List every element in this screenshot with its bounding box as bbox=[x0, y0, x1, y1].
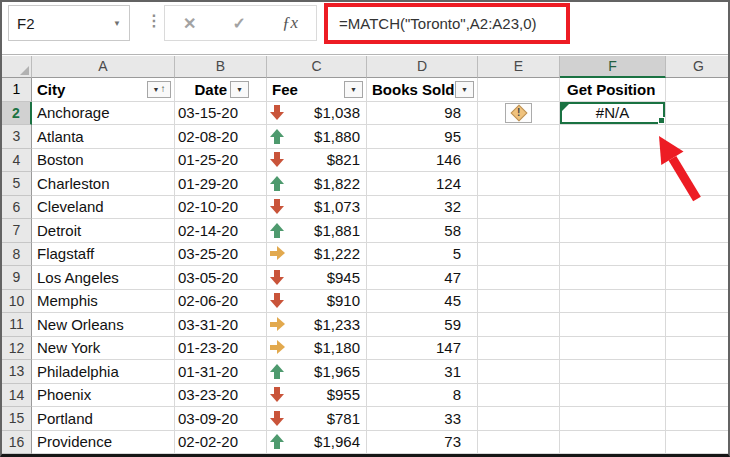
cell-column-g[interactable] bbox=[666, 384, 730, 408]
cell-column-e[interactable]: ! bbox=[478, 149, 560, 173]
cell-date[interactable]: 03-15-20 bbox=[175, 102, 267, 126]
error-warning-button[interactable]: ! bbox=[505, 103, 532, 123]
cell-city[interactable]: New Orleans bbox=[32, 313, 175, 337]
cell-city[interactable]: Boston bbox=[32, 149, 175, 173]
cell-get-position[interactable] bbox=[560, 172, 666, 196]
formula-input[interactable]: =MATCH("Toronto",A2:A23,0) bbox=[318, 5, 726, 41]
cell-column-g[interactable] bbox=[666, 407, 730, 431]
cell-column-g[interactable] bbox=[666, 196, 730, 220]
cell-fee[interactable]: $821 bbox=[267, 149, 367, 173]
row-number-header[interactable]: 2 bbox=[2, 102, 32, 126]
row-number-header[interactable]: 9 bbox=[2, 266, 32, 290]
column-header-d[interactable]: D bbox=[367, 56, 478, 78]
header-cell-books-sold[interactable]: Books Sold ▼ bbox=[367, 78, 478, 102]
cell-date[interactable]: 01-29-20 bbox=[175, 172, 267, 196]
row-number-header[interactable]: 7 bbox=[2, 219, 32, 243]
cell-date[interactable]: 03-25-20 bbox=[175, 243, 267, 267]
cell-books-sold[interactable]: 47 bbox=[367, 266, 478, 290]
cell-city[interactable]: Detroit bbox=[32, 219, 175, 243]
cell-date[interactable]: 03-09-20 bbox=[175, 407, 267, 431]
row-number-header[interactable]: 11 bbox=[2, 313, 32, 337]
row-number-header[interactable]: 3 bbox=[2, 125, 32, 149]
cell-date[interactable]: 01-23-20 bbox=[175, 337, 267, 361]
name-box[interactable]: F2 ▼ bbox=[8, 5, 130, 41]
cell-column-e[interactable]: ! bbox=[478, 219, 560, 243]
cell-get-position[interactable] bbox=[560, 407, 666, 431]
cell-column-e[interactable]: ! bbox=[478, 313, 560, 337]
row-number-header[interactable]: 8 bbox=[2, 243, 32, 267]
cell-date[interactable]: 03-23-20 bbox=[175, 384, 267, 408]
column-header-e[interactable]: E bbox=[478, 56, 560, 78]
cell-books-sold[interactable]: 45 bbox=[367, 290, 478, 314]
cell-books-sold[interactable]: 124 bbox=[367, 172, 478, 196]
cell-fee[interactable]: $1,822 bbox=[267, 172, 367, 196]
fill-handle[interactable] bbox=[658, 117, 665, 124]
cell-get-position[interactable] bbox=[560, 431, 666, 455]
row-number-header[interactable]: 15 bbox=[2, 407, 32, 431]
cell-get-position[interactable] bbox=[560, 360, 666, 384]
header-cell-fee[interactable]: Fee ▼ bbox=[267, 78, 367, 102]
cell-column-e[interactable]: ! bbox=[478, 102, 560, 126]
cell-column-e[interactable]: ! bbox=[478, 266, 560, 290]
cell-column-g[interactable] bbox=[666, 290, 730, 314]
cell-fee[interactable]: $1,222 bbox=[267, 243, 367, 267]
cell-books-sold[interactable]: 33 bbox=[367, 407, 478, 431]
row-number-header[interactable]: 5 bbox=[2, 172, 32, 196]
cell-date[interactable]: 02-10-20 bbox=[175, 196, 267, 220]
cell-date[interactable]: 01-31-20 bbox=[175, 360, 267, 384]
cell-books-sold[interactable]: 31 bbox=[367, 360, 478, 384]
cell-books-sold[interactable]: 147 bbox=[367, 337, 478, 361]
row-number-header[interactable]: 14 bbox=[2, 384, 32, 408]
cell-get-position[interactable] bbox=[560, 266, 666, 290]
cell-column-g[interactable] bbox=[666, 266, 730, 290]
cell-fee[interactable]: $1,038 bbox=[267, 102, 367, 126]
cell-city[interactable]: Los Angeles bbox=[32, 266, 175, 290]
cell-fee[interactable]: $910 bbox=[267, 290, 367, 314]
cell-column-g[interactable] bbox=[666, 172, 730, 196]
cell-books-sold[interactable]: 95 bbox=[367, 125, 478, 149]
cell-column-g[interactable] bbox=[666, 149, 730, 173]
cell-date[interactable]: 01-25-20 bbox=[175, 149, 267, 173]
cell-books-sold[interactable]: 59 bbox=[367, 313, 478, 337]
cell-column-g[interactable] bbox=[666, 219, 730, 243]
column-header-a[interactable]: A bbox=[32, 56, 175, 78]
cell-city[interactable]: Flagstaff bbox=[32, 243, 175, 267]
column-header-b[interactable]: B bbox=[175, 56, 267, 78]
cell-column-e[interactable]: ! bbox=[478, 172, 560, 196]
cell-get-position[interactable] bbox=[560, 290, 666, 314]
cell-get-position[interactable] bbox=[560, 196, 666, 220]
cell-fee[interactable]: $1,233 bbox=[267, 313, 367, 337]
column-header-c[interactable]: C bbox=[267, 56, 367, 78]
cell-city[interactable]: Philadelphia bbox=[32, 360, 175, 384]
column-header-f-selected[interactable]: F bbox=[560, 56, 666, 78]
cell-date[interactable]: 02-14-20 bbox=[175, 219, 267, 243]
cell-fee[interactable]: $1,964 bbox=[267, 431, 367, 455]
date-filter-button[interactable]: ▼ bbox=[230, 81, 249, 98]
cell-date[interactable]: 03-05-20 bbox=[175, 266, 267, 290]
row-number-header[interactable]: 6 bbox=[2, 196, 32, 220]
cell-column-g[interactable] bbox=[666, 337, 730, 361]
cell-get-position[interactable] bbox=[560, 219, 666, 243]
cell-city[interactable]: New York bbox=[32, 337, 175, 361]
cell-date[interactable]: 02-02-20 bbox=[175, 431, 267, 455]
header-cell-e[interactable] bbox=[478, 78, 560, 102]
row-number-header[interactable]: 4 bbox=[2, 149, 32, 173]
cell-books-sold[interactable]: 58 bbox=[367, 219, 478, 243]
cell-column-e[interactable]: ! bbox=[478, 431, 560, 455]
cell-column-e[interactable]: ! bbox=[478, 196, 560, 220]
cell-city[interactable]: Charleston bbox=[32, 172, 175, 196]
cell-city[interactable]: Anchorage bbox=[32, 102, 175, 126]
cell-column-e[interactable]: ! bbox=[478, 360, 560, 384]
cell-books-sold[interactable]: 8 bbox=[367, 384, 478, 408]
cell-fee[interactable]: $781 bbox=[267, 407, 367, 431]
cell-city[interactable]: Phoenix bbox=[32, 384, 175, 408]
name-box-dropdown-icon[interactable]: ▼ bbox=[113, 19, 121, 28]
cell-date[interactable]: 02-08-20 bbox=[175, 125, 267, 149]
cell-get-position[interactable] bbox=[560, 149, 666, 173]
row-number-header[interactable]: 13 bbox=[2, 360, 32, 384]
cell-get-position[interactable] bbox=[560, 125, 666, 149]
cell-column-e[interactable]: ! bbox=[478, 337, 560, 361]
cancel-icon[interactable]: ✕ bbox=[183, 14, 196, 33]
cell-fee[interactable]: $955 bbox=[267, 384, 367, 408]
row-number-header[interactable]: 16 bbox=[2, 431, 32, 455]
